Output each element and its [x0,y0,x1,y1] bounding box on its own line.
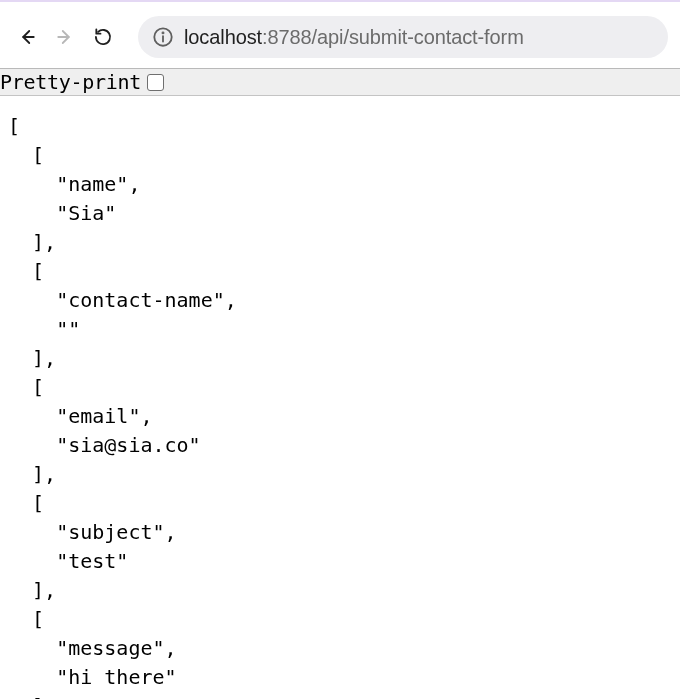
arrow-left-icon [18,28,36,46]
pretty-print-checkbox[interactable] [147,74,164,91]
reload-icon [93,27,113,47]
svg-point-4 [162,32,163,33]
forward-button[interactable] [50,22,80,52]
arrow-right-icon [56,28,74,46]
back-button[interactable] [12,22,42,52]
url-rest: :8788/api/submit-contact-form [262,26,524,48]
browser-toolbar: localhost:8788/api/submit-contact-form [0,0,680,68]
pretty-print-bar: Pretty-print [0,68,680,96]
address-bar[interactable]: localhost:8788/api/submit-contact-form [138,16,668,58]
pretty-print-label: Pretty-print [0,70,141,94]
response-body: [ [ "name", "Sia" ], [ "contact-name", "… [0,96,680,699]
url-display: localhost:8788/api/submit-contact-form [184,26,524,49]
reload-button[interactable] [88,22,118,52]
site-info-icon[interactable] [152,26,174,48]
url-host: localhost [184,26,262,48]
